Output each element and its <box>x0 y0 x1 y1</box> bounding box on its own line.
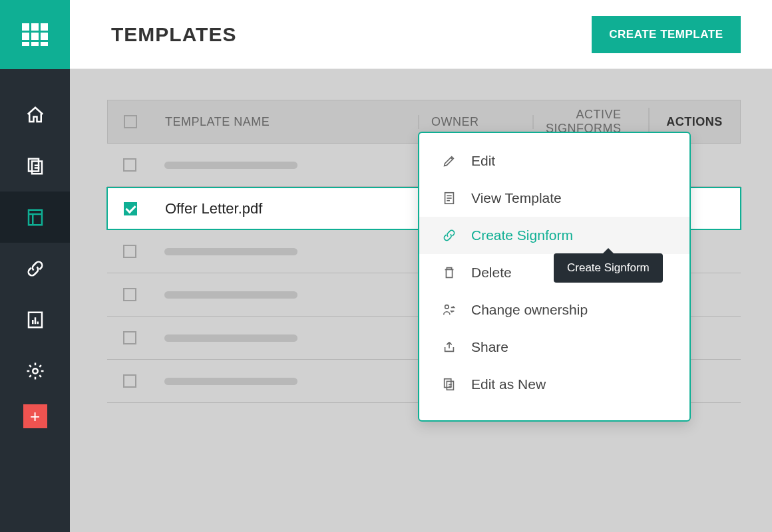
menu-view-template[interactable]: View Template <box>419 180 689 217</box>
nav-home[interactable] <box>0 89 70 140</box>
row-checkbox[interactable] <box>123 374 136 388</box>
create-template-button[interactable]: CREATE TEMPLATE <box>592 16 740 53</box>
tooltip-text: Create Signform <box>567 261 650 274</box>
menu-label: Edit <box>471 153 495 169</box>
name-placeholder <box>164 248 297 255</box>
name-placeholder <box>164 162 297 169</box>
nav-reports[interactable] <box>0 294 70 345</box>
page-title: TEMPLATES <box>111 23 236 46</box>
templates-icon <box>25 207 45 227</box>
content: TEMPLATE NAME OWNER ACTIVE SIGNFORMS ACT… <box>70 69 772 532</box>
menu-edit-as-new[interactable]: Edit as New <box>419 366 689 403</box>
plus-icon: + <box>30 406 40 427</box>
menu-share[interactable]: Share <box>419 329 689 366</box>
select-all-cell <box>108 115 153 128</box>
app-logo[interactable] <box>0 0 70 69</box>
nav-documents[interactable] <box>0 140 70 192</box>
name-placeholder <box>164 378 297 385</box>
menu-label: Share <box>471 339 508 355</box>
svg-rect-18 <box>447 381 453 390</box>
menu-change-ownership[interactable]: Change ownership <box>419 291 689 329</box>
template-name: Offer Letter.pdf <box>165 200 262 217</box>
document-icon <box>442 191 457 205</box>
menu-edit[interactable]: Edit <box>419 142 689 180</box>
main-area: TEMPLATES CREATE TEMPLATE TEMPLATE NAME … <box>70 0 772 532</box>
row-checkbox[interactable] <box>123 245 136 258</box>
menu-label: Create Signform <box>471 227 573 243</box>
nav-templates[interactable] <box>0 192 70 243</box>
nav-settings[interactable] <box>0 345 70 396</box>
tooltip: Create Signform <box>554 253 663 283</box>
name-placeholder <box>164 334 297 342</box>
menu-label: Change ownership <box>471 302 588 318</box>
settings-icon <box>25 361 45 381</box>
name-placeholder <box>164 291 297 299</box>
menu-create-signform[interactable]: Create Signform <box>419 217 689 254</box>
home-icon <box>25 105 45 125</box>
trash-icon <box>442 265 457 280</box>
svg-rect-4 <box>29 209 42 225</box>
sidebar: + <box>0 0 70 532</box>
row-checkbox[interactable] <box>123 331 136 344</box>
svg-point-11 <box>33 368 38 374</box>
row-checkbox[interactable] <box>124 202 137 215</box>
menu-label: View Template <box>471 190 562 206</box>
col-owner[interactable]: OWNER <box>419 115 534 129</box>
select-all-checkbox[interactable] <box>124 115 137 128</box>
add-button[interactable]: + <box>23 404 47 428</box>
actions-dropdown: Edit View Template Create Signform Delet… <box>418 132 691 422</box>
pencil-icon <box>442 154 457 168</box>
row-checkbox[interactable] <box>123 158 136 172</box>
nav-links[interactable] <box>0 243 70 294</box>
link-icon <box>442 228 457 243</box>
documents-icon <box>25 156 45 176</box>
copy-doc-icon <box>442 377 457 392</box>
svg-point-16 <box>445 305 449 309</box>
col-actions[interactable]: ACTIONS <box>650 115 740 129</box>
grid-icon <box>22 23 48 46</box>
share-icon <box>442 340 457 354</box>
row-checkbox[interactable] <box>123 288 136 301</box>
menu-label: Delete <box>471 265 512 281</box>
col-template-name[interactable]: TEMPLATE NAME <box>153 115 419 129</box>
reports-icon <box>25 310 45 330</box>
topbar: TEMPLATES CREATE TEMPLATE <box>70 0 772 69</box>
link-icon <box>25 259 45 279</box>
menu-label: Edit as New <box>471 376 546 392</box>
person-swap-icon <box>442 303 457 317</box>
